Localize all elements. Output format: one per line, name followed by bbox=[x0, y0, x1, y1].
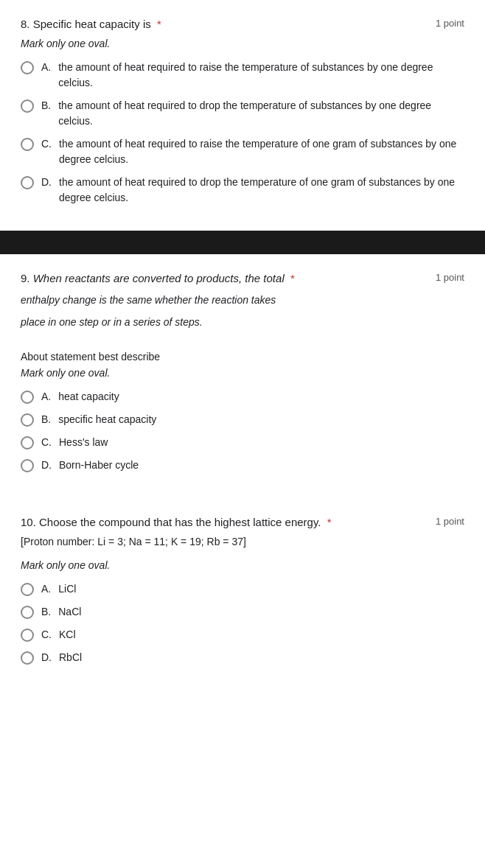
q8-option-b-desc: the amount of heat required to drop the … bbox=[58, 98, 464, 129]
q10-option-d-label: D. bbox=[41, 650, 52, 665]
q10-option-d-text: RbCl bbox=[59, 650, 82, 665]
q10-option-d[interactable]: D. RbCl bbox=[21, 650, 464, 665]
q9-option-d[interactable]: D. Born-Haber cycle bbox=[21, 458, 464, 473]
q9-body-line3: place in one step or in a series of step… bbox=[21, 314, 464, 332]
q8-option-a-desc: the amount of heat required to raise the… bbox=[58, 60, 464, 91]
q10-option-a[interactable]: A. LiCl bbox=[21, 581, 464, 597]
q10-header: 10. Choose the compound that has the hig… bbox=[21, 516, 464, 528]
question-9: 9. When reactants are converted to produ… bbox=[0, 254, 485, 498]
q8-title-text: Specific heat capacity is bbox=[33, 18, 151, 30]
question-8: 8. Specific heat capacity is * 1 point M… bbox=[0, 0, 485, 231]
q8-option-d-desc: the amount of heat required to drop the … bbox=[59, 175, 464, 206]
q9-body-line1: When reactants are converted to products… bbox=[33, 272, 285, 284]
q8-points: 1 point bbox=[436, 18, 464, 29]
q8-mark-only: Mark only one oval. bbox=[21, 38, 464, 49]
q9-points: 1 point bbox=[436, 272, 464, 283]
q9-radio-d[interactable] bbox=[21, 459, 34, 472]
q8-option-c[interactable]: C. the amount of heat required to raise … bbox=[21, 136, 464, 167]
q8-number: 8. bbox=[21, 18, 30, 30]
q8-radio-c[interactable] bbox=[21, 138, 34, 151]
q9-option-b[interactable]: B. specific heat capacity bbox=[21, 412, 464, 427]
q8-option-c-text: C. bbox=[41, 136, 52, 152]
q9-title: 9. When reactants are converted to produ… bbox=[21, 272, 424, 284]
section-divider bbox=[0, 231, 485, 254]
q8-header: 8. Specific heat capacity is * 1 point bbox=[21, 18, 464, 30]
q9-option-d-label: D. bbox=[41, 458, 52, 473]
q10-option-a-label: A. bbox=[41, 581, 51, 597]
q9-number: 9. bbox=[21, 272, 30, 284]
q10-subtitle: [Proton number: Li = 3; Na = 11; K = 19;… bbox=[21, 536, 464, 547]
q8-option-a-text: A. bbox=[41, 60, 51, 75]
q8-option-d-text: D. bbox=[41, 175, 52, 190]
q10-option-b-text: NaCl bbox=[58, 604, 81, 620]
q8-option-b-text: B. bbox=[41, 98, 51, 113]
q8-option-c-desc: the amount of heat required to raise the… bbox=[59, 136, 464, 167]
q9-option-a-label: A. bbox=[41, 389, 51, 405]
q10-option-c-label: C. bbox=[41, 627, 52, 643]
q9-option-d-text: Born-Haber cycle bbox=[59, 458, 139, 473]
q9-option-c-text: Hess's law bbox=[59, 435, 108, 450]
q10-title-text: Choose the compound that has the highest… bbox=[39, 516, 321, 528]
q9-mark-only: Mark only one oval. bbox=[21, 367, 464, 379]
q9-option-b-text: specific heat capacity bbox=[58, 412, 156, 427]
q10-number: 10. bbox=[21, 516, 36, 528]
q9-radio-a[interactable] bbox=[21, 391, 34, 404]
q9-option-a-text: heat capacity bbox=[58, 389, 119, 405]
q9-option-b-label: B. bbox=[41, 412, 51, 427]
q8-title: 8. Specific heat capacity is * bbox=[21, 18, 424, 30]
q8-option-d[interactable]: D. the amount of heat required to drop t… bbox=[21, 175, 464, 206]
q9-option-c-label: C. bbox=[41, 435, 52, 450]
q8-option-b[interactable]: B. the amount of heat required to drop t… bbox=[21, 98, 464, 129]
q10-option-c[interactable]: C. KCl bbox=[21, 627, 464, 643]
q10-radio-a[interactable] bbox=[21, 583, 34, 596]
q8-radio-d[interactable] bbox=[21, 176, 34, 189]
q10-required: * bbox=[327, 516, 332, 528]
q8-required: * bbox=[157, 18, 161, 30]
q8-radio-a[interactable] bbox=[21, 61, 34, 74]
q8-option-a[interactable]: A. the amount of heat required to raise … bbox=[21, 60, 464, 91]
q10-option-b[interactable]: B. NaCl bbox=[21, 604, 464, 620]
q8-radio-b[interactable] bbox=[21, 99, 34, 113]
q9-radio-b[interactable] bbox=[21, 413, 34, 427]
question-10: 10. Choose the compound that has the hig… bbox=[0, 498, 485, 690]
q10-option-b-label: B. bbox=[41, 604, 51, 620]
q10-option-c-text: KCl bbox=[59, 627, 76, 643]
q10-points: 1 point bbox=[436, 516, 464, 527]
q10-radio-b[interactable] bbox=[21, 606, 34, 619]
q9-body-line2: enthalpy change is the same whether the … bbox=[21, 292, 464, 309]
q10-title: 10. Choose the compound that has the hig… bbox=[21, 516, 424, 528]
q9-option-a[interactable]: A. heat capacity bbox=[21, 389, 464, 405]
q10-radio-d[interactable] bbox=[21, 651, 34, 665]
q10-option-a-text: LiCl bbox=[58, 581, 76, 597]
q9-sub-label: About statement best describe bbox=[21, 351, 464, 363]
q9-required: * bbox=[290, 272, 295, 284]
q9-header: 9. When reactants are converted to produ… bbox=[21, 272, 464, 284]
q10-mark-only: Mark only one oval. bbox=[21, 559, 464, 571]
q9-option-c[interactable]: C. Hess's law bbox=[21, 435, 464, 450]
q9-radio-c[interactable] bbox=[21, 436, 34, 449]
q10-radio-c[interactable] bbox=[21, 629, 34, 642]
